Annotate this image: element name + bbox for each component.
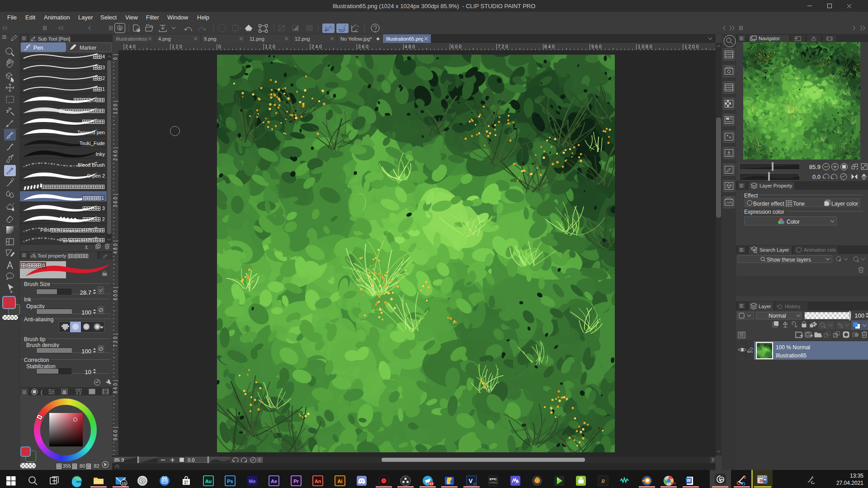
svg-text:GAMES: GAMES: [489, 481, 498, 484]
svg-text:Pr: Pr: [293, 479, 299, 484]
svg-text:Au: Au: [205, 479, 212, 484]
svg-text:An: An: [315, 479, 321, 484]
svg-text:Ps: Ps: [227, 479, 233, 484]
svg-text:Ae: Ae: [271, 479, 277, 484]
svg-text:Ai: Ai: [338, 479, 343, 484]
svg-text:15: 15: [122, 481, 126, 486]
svg-text:W: W: [687, 478, 691, 483]
svg-text:BG: BG: [671, 482, 676, 485]
svg-text:V: V: [469, 478, 473, 484]
svg-text:EPIC: EPIC: [490, 478, 497, 481]
svg-text:43: 43: [429, 482, 433, 486]
svg-text:R: R: [601, 478, 605, 484]
svg-text:17: 17: [473, 483, 476, 485]
svg-text:Me: Me: [249, 479, 255, 484]
